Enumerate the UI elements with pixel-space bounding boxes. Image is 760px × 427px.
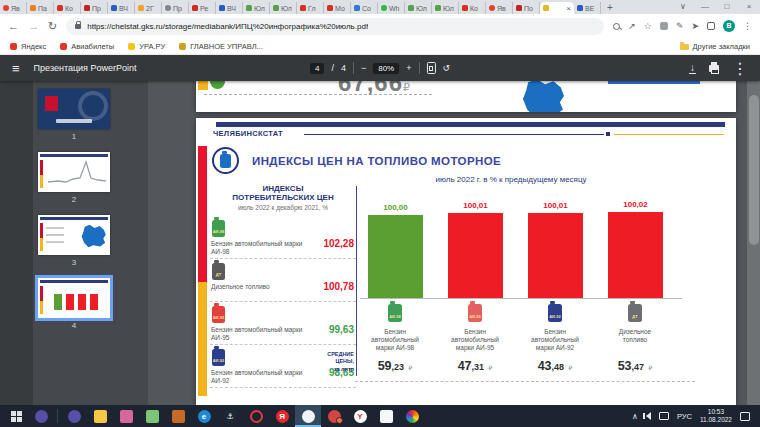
extensions-pin-icon[interactable]: ➤ <box>691 22 699 31</box>
pdf-action-buttons: ↓ ⋮ <box>689 59 748 78</box>
tab-group-icon[interactable] <box>707 22 715 30</box>
volume-icon[interactable] <box>646 412 651 420</box>
language-indicator[interactable]: РУС <box>677 412 692 421</box>
browser-tab[interactable]: 2Г <box>135 2 162 14</box>
pencil-icon[interactable]: ✎ <box>676 22 684 31</box>
zoom-in-button[interactable]: + <box>406 63 411 73</box>
page-thumbnail-3[interactable] <box>38 215 110 255</box>
clock-date: 11.08.2022 <box>700 416 732 424</box>
taskbar-clock[interactable]: 10:53 11.08.2022 <box>700 408 732 425</box>
browser-tab[interactable]: Яв <box>0 2 27 14</box>
fit-page-icon[interactable] <box>426 62 435 74</box>
tab-close-icon[interactable]: × <box>566 4 571 13</box>
browser-tab[interactable]: Юл <box>270 2 297 14</box>
browser-tab[interactable]: ВЕ <box>574 2 601 14</box>
browser-tab[interactable]: Юл <box>432 2 459 14</box>
taskbar-app-button[interactable]: Я <box>269 405 295 427</box>
new-tab-button[interactable]: + <box>601 2 619 14</box>
page-thumbnail-2[interactable] <box>38 152 110 192</box>
bookmark-item[interactable]: Авиабилеты <box>60 42 114 51</box>
taskbar-app-button[interactable] <box>139 405 165 427</box>
tray-chevron-icon[interactable]: ∧ <box>632 412 638 421</box>
start-button[interactable] <box>4 405 28 427</box>
browser-tab[interactable]: × <box>540 2 574 14</box>
browser-tab[interactable]: Wh <box>378 2 405 14</box>
app-icon <box>302 410 315 423</box>
tab-title: 2Г <box>146 5 154 12</box>
page-number-input[interactable]: 4 <box>310 63 324 74</box>
browser-tab[interactable]: Па <box>27 2 54 14</box>
tab-search-chevron-icon[interactable]: ∨ <box>672 0 694 14</box>
app-icon <box>68 410 81 423</box>
bookmark-label: ГЛАВНОЕ УПРАВЛ... <box>190 42 263 51</box>
browser-tab[interactable]: Пр <box>162 2 189 14</box>
taskbar-app-button[interactable] <box>321 405 347 427</box>
notification-center-icon[interactable] <box>740 412 750 421</box>
browser-tab[interactable]: Ко <box>54 2 81 14</box>
taskbar-app-button[interactable]: e <box>191 405 217 427</box>
taskbar-app-button[interactable] <box>113 405 139 427</box>
toolbar-divider <box>353 62 354 74</box>
taskbar-app-button[interactable] <box>243 405 269 427</box>
taskbar-app-button[interactable]: ⚓ <box>217 405 243 427</box>
print-icon[interactable] <box>709 65 719 72</box>
taskbar-app-button[interactable] <box>295 405 321 427</box>
cpi-value: 102,28 <box>323 238 354 249</box>
tab-favicon-icon <box>408 5 414 11</box>
taskbar-app-button[interactable] <box>61 405 87 427</box>
browser-menu-icon[interactable]: ⋮ <box>743 22 752 31</box>
browser-tab[interactable]: Юл <box>243 2 270 14</box>
page-thumbnail-4-selected[interactable] <box>38 278 110 318</box>
taskbar-search-button[interactable] <box>28 405 54 427</box>
tab-favicon-icon <box>435 5 441 11</box>
other-bookmarks-button[interactable]: Другие закладки <box>680 42 750 51</box>
taskbar-app-button[interactable] <box>87 405 113 427</box>
browser-tab[interactable]: Ко <box>459 2 486 14</box>
share-icon[interactable]: ↗ <box>628 22 636 31</box>
browser-tab[interactable]: Гл <box>297 2 324 14</box>
pdf-more-menu-icon[interactable]: ⋮ <box>732 59 748 78</box>
browser-tab[interactable]: По <box>513 2 540 14</box>
extension-icon[interactable] <box>660 22 668 30</box>
page-thumbnail-1[interactable] <box>38 89 110 129</box>
tab-title: Па <box>38 5 47 12</box>
browser-tab[interactable]: Яв <box>486 2 513 14</box>
taskbar-app-button[interactable] <box>399 405 425 427</box>
bookmark-item[interactable]: УРА.РУ <box>128 42 165 51</box>
url-bar[interactable]: https://chelstat.gks.ru/storage/mediaban… <box>66 18 604 35</box>
taskbar-app-button[interactable]: Y <box>347 405 373 427</box>
window-minimize-button[interactable]: — <box>694 0 716 14</box>
forward-button[interactable]: → <box>28 21 39 32</box>
browser-tab[interactable]: Ре <box>189 2 216 14</box>
bookmark-favicon-icon <box>179 43 186 50</box>
reload-button[interactable]: ↻ <box>48 21 57 32</box>
thumb-bar-chart <box>54 294 98 310</box>
taskbar-app-button[interactable] <box>373 405 399 427</box>
scrollbar-thumb[interactable] <box>749 95 759 245</box>
browser-tab[interactable]: ВЧ <box>216 2 243 14</box>
page3-price-value: 67,66₽ <box>338 81 411 97</box>
pdf-menu-icon[interactable]: ≡ <box>12 61 20 76</box>
browser-tab[interactable]: Пр <box>81 2 108 14</box>
browser-tab[interactable]: Со <box>351 2 378 14</box>
zoom-out-button[interactable]: − <box>361 63 366 73</box>
back-button[interactable]: ← <box>8 21 19 32</box>
search-icon[interactable] <box>613 23 620 30</box>
fuel-canister-icon: АИ-98 <box>388 304 402 322</box>
window-close-button[interactable]: × <box>738 0 760 14</box>
window-maximize-button[interactable]: □ <box>716 0 738 14</box>
pdf-document-title: Презентация PowerPoint <box>34 63 137 73</box>
taskbar-app-button[interactable] <box>165 405 191 427</box>
browser-tab[interactable]: Мо <box>324 2 351 14</box>
bookmark-item[interactable]: Яндекс <box>10 42 46 51</box>
network-display-icon[interactable] <box>659 412 669 420</box>
bookmark-star-icon[interactable]: ☆ <box>644 22 652 31</box>
chart-category-labels: АИ-98 Бензин автомобильный марки АИ-98 А… <box>355 302 722 351</box>
browser-tab[interactable]: Юл <box>405 2 432 14</box>
bookmark-item[interactable]: ГЛАВНОЕ УПРАВЛ... <box>179 42 263 51</box>
download-icon[interactable]: ↓ <box>689 63 696 74</box>
rotate-icon[interactable]: ↺ <box>442 63 450 73</box>
profile-avatar[interactable]: В <box>723 20 735 32</box>
scrollbar-track[interactable] <box>747 81 760 405</box>
browser-tab[interactable]: ВЧ <box>108 2 135 14</box>
